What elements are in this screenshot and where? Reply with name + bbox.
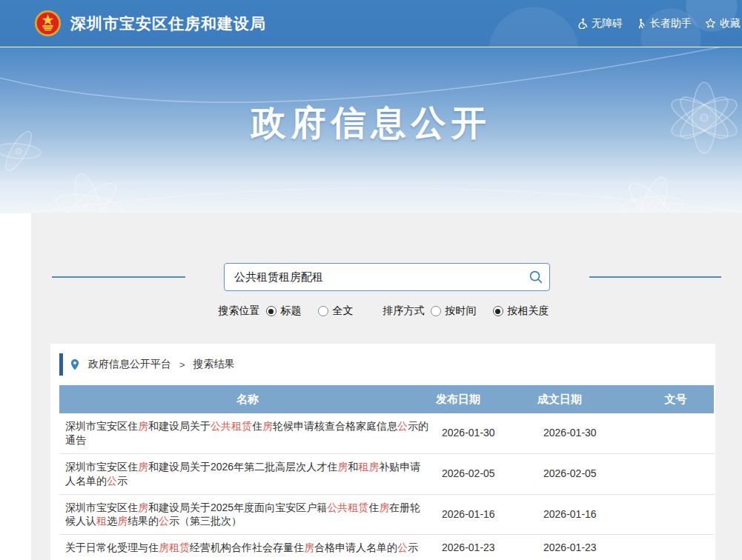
breadcrumb: 政府信息公开平台 > 搜索结果	[59, 353, 706, 376]
accessibility-link[interactable]: 无障碍	[577, 17, 623, 30]
results-card: 政府信息公开平台 > 搜索结果 名称 发布日期 成文日期 文号 深圳市宝安区住房…	[50, 344, 715, 560]
title-text: 轮候申请核查合格家庭信息	[273, 420, 397, 432]
table-header-row: 名称 发布日期 成文日期 文号	[59, 385, 714, 413]
page-banner: 政府信息公开	[0, 47, 742, 213]
title-text: 和建设局关于2025年度面向宝安区户籍	[148, 501, 327, 513]
accessibility-link-label: 无障碍	[592, 17, 623, 30]
breadcrumb-separator: >	[179, 359, 185, 370]
search-button[interactable]	[523, 264, 549, 290]
favorite-link-label: 收藏	[720, 17, 741, 30]
highlighted-keyword: 公	[159, 515, 169, 527]
highlighted-keyword: 房	[138, 461, 148, 473]
result-doc-number	[637, 494, 714, 535]
star-icon	[705, 18, 716, 29]
breadcrumb-root-link[interactable]: 政府信息公开平台	[88, 358, 171, 371]
search-box	[224, 263, 550, 291]
title-text: 经营机构合作社会存量住	[190, 541, 304, 553]
result-doc-date: 2026-01-16	[537, 494, 637, 535]
site-title: 深圳市宝安区住房和建设局	[70, 13, 266, 34]
highlighted-keyword: 公	[397, 541, 408, 553]
result-title-cell: 深圳市宝安区住房和建设局关于2026年第二批高层次人才住房和租房补贴申请人名单的…	[59, 453, 436, 494]
radio-fulltext-control[interactable]	[318, 306, 328, 316]
highlighted-keyword: 房	[138, 501, 148, 513]
top-header-bar: 深圳市宝安区住房和建设局 无障碍 长者助手 收藏	[0, 0, 742, 47]
result-title-cell: 深圳市宝安区住房和建设局关于公共租赁住房轮候申请核查合格家庭信息公示的通告	[59, 413, 436, 453]
radio-by-time-control[interactable]	[431, 306, 441, 316]
elder-helper-link[interactable]: 长者助手	[636, 17, 692, 30]
result-title-link[interactable]: 深圳市宝安区住房和建设局关于2026年第二批高层次人才住房和租房补贴申请人名单的…	[65, 461, 420, 487]
result-doc-date: 2026-01-30	[537, 413, 637, 453]
result-doc-number	[637, 453, 714, 494]
search-icon	[529, 270, 543, 284]
title-text: 示	[408, 541, 418, 553]
result-title-link[interactable]: 关于日常化受理与住房租赁经营机构合作社会存量住房合格申请人名单的公示	[65, 541, 418, 553]
highlighted-keyword: 房	[117, 515, 127, 527]
radio-by-time[interactable]: 按时间	[431, 304, 477, 318]
radio-title[interactable]: 标题	[266, 304, 302, 318]
result-publish-date: 2026-02-05	[436, 453, 537, 494]
right-decor-line	[589, 276, 721, 278]
title-text: 和	[348, 461, 358, 473]
radio-by-relevance-control[interactable]	[493, 306, 503, 316]
page-title: 政府信息公开	[0, 100, 742, 147]
table-row: 深圳市宝安区住房和建设局关于2026年第二批高层次人才住房和租房补贴申请人名单的…	[59, 453, 714, 494]
highlighted-keyword: 房	[379, 501, 389, 513]
title-text: 和建设局关于2026年第二批高层次人才住	[148, 461, 337, 473]
title-text: 示	[117, 475, 127, 487]
highlighted-keyword: 租	[96, 515, 107, 527]
radio-by-relevance-label[interactable]: 按相关度	[508, 304, 549, 318]
elder-helper-icon	[636, 18, 646, 29]
highlighted-keyword: 租房	[358, 461, 379, 473]
column-header-doc-date: 成文日期	[537, 385, 637, 413]
result-doc-date: 2026-02-05	[537, 453, 637, 494]
radio-title-control[interactable]	[266, 306, 276, 316]
highlighted-keyword: 房	[262, 420, 273, 432]
radio-fulltext-label[interactable]: 全文	[333, 304, 354, 318]
accessibility-icon	[577, 18, 588, 29]
result-title-link[interactable]: 深圳市宝安区住房和建设局关于2025年度面向宝安区户籍公共租赁住房在册轮候人认租…	[65, 501, 420, 527]
result-doc-number	[637, 413, 714, 453]
table-row: 深圳市宝安区住房和建设局关于2025年度面向宝安区户籍公共租赁住房在册轮候人认租…	[59, 494, 714, 535]
title-text: 和建设局关于	[148, 420, 211, 432]
title-text: 住	[368, 501, 379, 513]
result-title-cell: 深圳市宝安区住房和建设局关于2025年度面向宝安区户籍公共租赁住房在册轮候人认租…	[59, 494, 436, 535]
result-doc-number	[637, 535, 714, 560]
highlighted-keyword: 公	[107, 475, 117, 487]
result-publish-date: 2026-01-16	[436, 494, 537, 535]
title-text: 结果的	[127, 515, 159, 527]
column-header-publish-date: 发布日期	[436, 385, 537, 413]
favorite-link[interactable]: 收藏	[705, 17, 741, 30]
highlighted-keyword: 房租赁	[159, 541, 190, 553]
radio-by-relevance[interactable]: 按相关度	[493, 304, 549, 318]
column-header-name: 名称	[59, 385, 436, 413]
radio-title-label[interactable]: 标题	[281, 304, 302, 318]
title-text: 深圳市宝安区住	[65, 501, 138, 513]
title-text: 示（第三批次）	[169, 515, 242, 527]
search-input[interactable]	[225, 271, 523, 284]
result-doc-date: 2026-01-23	[537, 535, 637, 560]
radio-by-time-label[interactable]: 按时间	[445, 304, 477, 318]
content-panel: 搜索位置 标题 全文 排序方式 按时间 按相关度 政府信息公开平台 > 搜索	[31, 213, 742, 560]
highlighted-keyword: 房	[304, 541, 314, 553]
highlighted-keyword: 房	[138, 420, 148, 432]
result-title-link[interactable]: 深圳市宝安区住房和建设局关于公共租赁住房轮候申请核查合格家庭信息公示的通告	[65, 420, 428, 446]
top-utility-links: 无障碍 长者助手 收藏	[577, 17, 741, 30]
national-emblem-logo	[34, 10, 62, 37]
title-text: 深圳市宝安区住	[65, 420, 138, 432]
result-publish-date: 2026-01-30	[436, 413, 537, 453]
column-header-doc-number: 文号	[637, 385, 714, 413]
radio-fulltext[interactable]: 全文	[318, 304, 354, 318]
title-text: 深圳市宝安区住	[65, 461, 138, 473]
left-decor-line	[52, 276, 185, 278]
highlighted-keyword: 公共租赁	[327, 501, 368, 513]
highlighted-keyword: 公	[397, 420, 408, 432]
search-results-table: 名称 发布日期 成文日期 文号 深圳市宝安区住房和建设局关于公共租赁住房轮候申请…	[59, 385, 714, 560]
breadcrumb-current: 搜索结果	[193, 358, 235, 371]
title-text: 住	[252, 420, 262, 432]
highlighted-keyword: 房	[337, 461, 348, 473]
title-text: 合格申请人名单的	[314, 541, 397, 553]
search-position-label: 搜索位置	[219, 304, 260, 318]
location-pin-icon	[70, 359, 80, 371]
site-brand: 深圳市宝安区住房和建设局	[34, 10, 266, 37]
elder-helper-link-label: 长者助手	[650, 17, 692, 30]
